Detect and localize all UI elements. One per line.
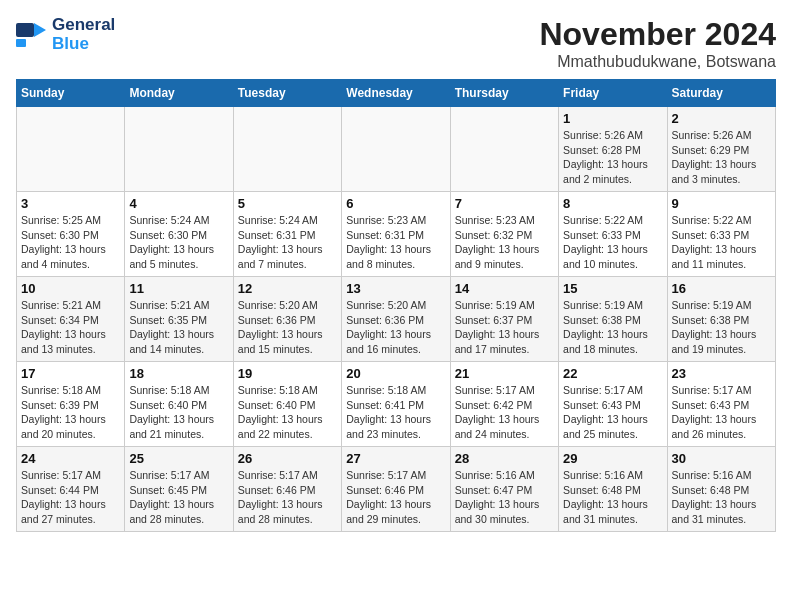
day-number: 9 [672,196,771,211]
day-cell: 23Sunrise: 5:17 AM Sunset: 6:43 PM Dayli… [667,362,775,447]
day-cell: 13Sunrise: 5:20 AM Sunset: 6:36 PM Dayli… [342,277,450,362]
day-cell: 15Sunrise: 5:19 AM Sunset: 6:38 PM Dayli… [559,277,667,362]
day-number: 28 [455,451,554,466]
day-number: 30 [672,451,771,466]
day-info: Sunrise: 5:23 AM Sunset: 6:32 PM Dayligh… [455,213,554,272]
day-info: Sunrise: 5:23 AM Sunset: 6:31 PM Dayligh… [346,213,445,272]
day-info: Sunrise: 5:22 AM Sunset: 6:33 PM Dayligh… [672,213,771,272]
day-cell: 24Sunrise: 5:17 AM Sunset: 6:44 PM Dayli… [17,447,125,532]
day-cell: 16Sunrise: 5:19 AM Sunset: 6:38 PM Dayli… [667,277,775,362]
week-row-1: 1Sunrise: 5:26 AM Sunset: 6:28 PM Daylig… [17,107,776,192]
day-number: 7 [455,196,554,211]
day-info: Sunrise: 5:26 AM Sunset: 6:29 PM Dayligh… [672,128,771,187]
week-row-5: 24Sunrise: 5:17 AM Sunset: 6:44 PM Dayli… [17,447,776,532]
day-cell: 3Sunrise: 5:25 AM Sunset: 6:30 PM Daylig… [17,192,125,277]
day-cell: 21Sunrise: 5:17 AM Sunset: 6:42 PM Dayli… [450,362,558,447]
day-cell: 8Sunrise: 5:22 AM Sunset: 6:33 PM Daylig… [559,192,667,277]
month-title: November 2024 [539,16,776,53]
day-cell: 11Sunrise: 5:21 AM Sunset: 6:35 PM Dayli… [125,277,233,362]
day-number: 15 [563,281,662,296]
weekday-header-saturday: Saturday [667,80,775,107]
day-number: 4 [129,196,228,211]
day-number: 8 [563,196,662,211]
day-info: Sunrise: 5:18 AM Sunset: 6:40 PM Dayligh… [129,383,228,442]
day-info: Sunrise: 5:16 AM Sunset: 6:47 PM Dayligh… [455,468,554,527]
logo-icon [16,21,48,49]
day-number: 11 [129,281,228,296]
day-cell: 26Sunrise: 5:17 AM Sunset: 6:46 PM Dayli… [233,447,341,532]
weekday-header-monday: Monday [125,80,233,107]
day-number: 22 [563,366,662,381]
day-cell: 19Sunrise: 5:18 AM Sunset: 6:40 PM Dayli… [233,362,341,447]
day-info: Sunrise: 5:22 AM Sunset: 6:33 PM Dayligh… [563,213,662,272]
day-number: 14 [455,281,554,296]
location-title: Mmathubudukwane, Botswana [539,53,776,71]
day-info: Sunrise: 5:21 AM Sunset: 6:35 PM Dayligh… [129,298,228,357]
day-cell [233,107,341,192]
day-cell: 10Sunrise: 5:21 AM Sunset: 6:34 PM Dayli… [17,277,125,362]
day-info: Sunrise: 5:19 AM Sunset: 6:38 PM Dayligh… [672,298,771,357]
day-cell: 20Sunrise: 5:18 AM Sunset: 6:41 PM Dayli… [342,362,450,447]
header: General Blue November 2024 Mmathubudukwa… [16,16,776,71]
day-cell [125,107,233,192]
weekday-header-thursday: Thursday [450,80,558,107]
day-cell: 2Sunrise: 5:26 AM Sunset: 6:29 PM Daylig… [667,107,775,192]
day-info: Sunrise: 5:17 AM Sunset: 6:43 PM Dayligh… [672,383,771,442]
day-cell: 14Sunrise: 5:19 AM Sunset: 6:37 PM Dayli… [450,277,558,362]
day-info: Sunrise: 5:17 AM Sunset: 6:42 PM Dayligh… [455,383,554,442]
svg-rect-0 [16,23,34,37]
day-info: Sunrise: 5:18 AM Sunset: 6:41 PM Dayligh… [346,383,445,442]
day-cell: 25Sunrise: 5:17 AM Sunset: 6:45 PM Dayli… [125,447,233,532]
day-number: 2 [672,111,771,126]
weekday-header-row: SundayMondayTuesdayWednesdayThursdayFrid… [17,80,776,107]
day-cell [450,107,558,192]
day-number: 13 [346,281,445,296]
week-row-3: 10Sunrise: 5:21 AM Sunset: 6:34 PM Dayli… [17,277,776,362]
day-cell [342,107,450,192]
title-area: November 2024 Mmathubudukwane, Botswana [539,16,776,71]
day-cell: 9Sunrise: 5:22 AM Sunset: 6:33 PM Daylig… [667,192,775,277]
day-info: Sunrise: 5:26 AM Sunset: 6:28 PM Dayligh… [563,128,662,187]
day-info: Sunrise: 5:17 AM Sunset: 6:44 PM Dayligh… [21,468,120,527]
day-number: 16 [672,281,771,296]
day-number: 27 [346,451,445,466]
day-number: 19 [238,366,337,381]
day-cell: 30Sunrise: 5:16 AM Sunset: 6:48 PM Dayli… [667,447,775,532]
day-cell: 18Sunrise: 5:18 AM Sunset: 6:40 PM Dayli… [125,362,233,447]
day-info: Sunrise: 5:17 AM Sunset: 6:46 PM Dayligh… [238,468,337,527]
day-cell: 27Sunrise: 5:17 AM Sunset: 6:46 PM Dayli… [342,447,450,532]
day-info: Sunrise: 5:17 AM Sunset: 6:43 PM Dayligh… [563,383,662,442]
week-row-4: 17Sunrise: 5:18 AM Sunset: 6:39 PM Dayli… [17,362,776,447]
day-info: Sunrise: 5:19 AM Sunset: 6:38 PM Dayligh… [563,298,662,357]
day-number: 20 [346,366,445,381]
day-cell: 22Sunrise: 5:17 AM Sunset: 6:43 PM Dayli… [559,362,667,447]
day-cell: 12Sunrise: 5:20 AM Sunset: 6:36 PM Dayli… [233,277,341,362]
day-number: 29 [563,451,662,466]
weekday-header-wednesday: Wednesday [342,80,450,107]
day-info: Sunrise: 5:16 AM Sunset: 6:48 PM Dayligh… [563,468,662,527]
day-cell [17,107,125,192]
day-number: 10 [21,281,120,296]
day-info: Sunrise: 5:24 AM Sunset: 6:30 PM Dayligh… [129,213,228,272]
day-info: Sunrise: 5:19 AM Sunset: 6:37 PM Dayligh… [455,298,554,357]
day-cell: 6Sunrise: 5:23 AM Sunset: 6:31 PM Daylig… [342,192,450,277]
day-info: Sunrise: 5:20 AM Sunset: 6:36 PM Dayligh… [238,298,337,357]
day-cell: 7Sunrise: 5:23 AM Sunset: 6:32 PM Daylig… [450,192,558,277]
day-info: Sunrise: 5:18 AM Sunset: 6:39 PM Dayligh… [21,383,120,442]
day-number: 1 [563,111,662,126]
week-row-2: 3Sunrise: 5:25 AM Sunset: 6:30 PM Daylig… [17,192,776,277]
svg-marker-1 [34,23,46,37]
day-cell: 1Sunrise: 5:26 AM Sunset: 6:28 PM Daylig… [559,107,667,192]
day-info: Sunrise: 5:24 AM Sunset: 6:31 PM Dayligh… [238,213,337,272]
day-cell: 17Sunrise: 5:18 AM Sunset: 6:39 PM Dayli… [17,362,125,447]
day-number: 18 [129,366,228,381]
day-info: Sunrise: 5:25 AM Sunset: 6:30 PM Dayligh… [21,213,120,272]
day-number: 17 [21,366,120,381]
day-info: Sunrise: 5:17 AM Sunset: 6:45 PM Dayligh… [129,468,228,527]
day-number: 12 [238,281,337,296]
day-number: 26 [238,451,337,466]
day-info: Sunrise: 5:21 AM Sunset: 6:34 PM Dayligh… [21,298,120,357]
weekday-header-friday: Friday [559,80,667,107]
day-info: Sunrise: 5:18 AM Sunset: 6:40 PM Dayligh… [238,383,337,442]
day-cell: 29Sunrise: 5:16 AM Sunset: 6:48 PM Dayli… [559,447,667,532]
